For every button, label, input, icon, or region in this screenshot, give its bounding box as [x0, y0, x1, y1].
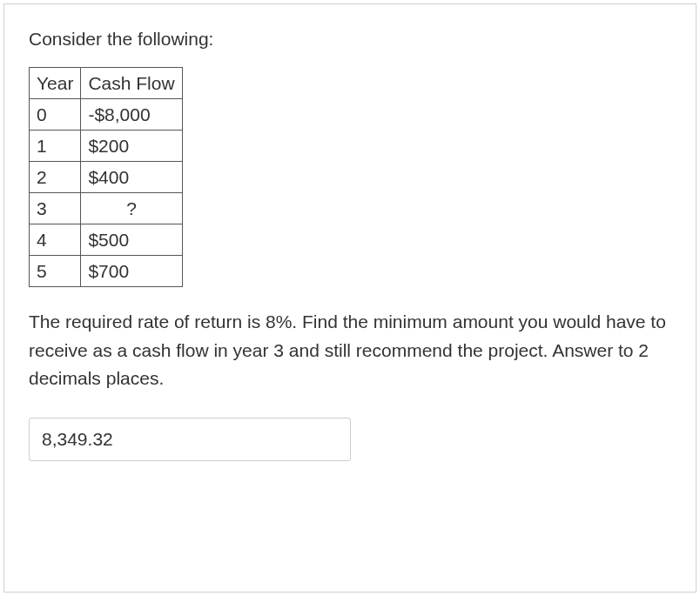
table-row: 2 $400	[30, 162, 183, 193]
cell-year: 5	[30, 256, 81, 287]
cell-year: 2	[30, 162, 81, 193]
table-row: 1 $200	[30, 131, 183, 162]
cell-cashflow: $400	[81, 162, 182, 193]
answer-input[interactable]	[29, 418, 351, 461]
intro-text: Consider the following:	[29, 29, 671, 50]
question-card: Consider the following: Year Cash Flow 0…	[3, 3, 697, 593]
cell-cashflow: $200	[81, 131, 182, 162]
cell-cashflow: $500	[81, 224, 182, 256]
cell-cashflow: -$8,000	[81, 99, 182, 131]
col-header-year: Year	[30, 68, 81, 99]
table-row: 0 -$8,000	[30, 99, 183, 131]
table-row: 4 $500	[30, 224, 183, 256]
table-row: 5 $700	[30, 256, 183, 287]
col-header-cashflow: Cash Flow	[81, 68, 182, 99]
cell-cashflow: ?	[81, 193, 182, 224]
cell-year: 1	[30, 131, 81, 162]
cell-cashflow: $700	[81, 256, 182, 287]
table-row: 3 ?	[30, 193, 183, 224]
question-text: The required rate of return is 8%. Find …	[29, 308, 671, 393]
cell-year: 0	[30, 99, 81, 131]
cell-year: 4	[30, 224, 81, 256]
cashflow-table: Year Cash Flow 0 -$8,000 1 $200 2 $400 3…	[29, 67, 183, 287]
cell-year: 3	[30, 193, 81, 224]
table-header-row: Year Cash Flow	[30, 68, 183, 99]
